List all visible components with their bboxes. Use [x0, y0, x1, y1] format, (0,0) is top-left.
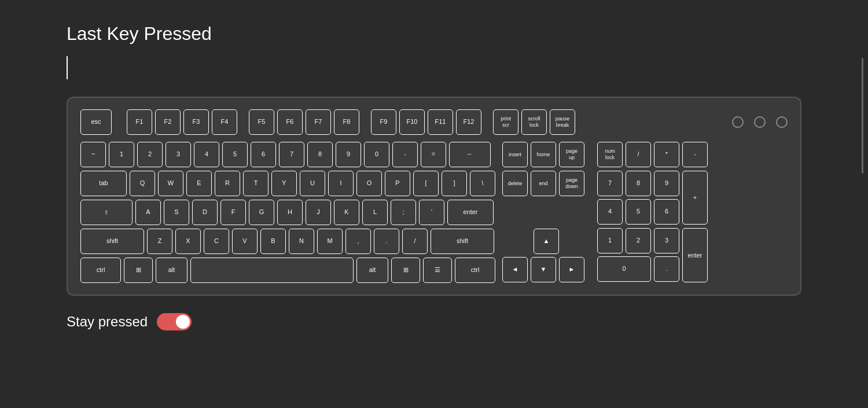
key-3[interactable]: 3	[165, 142, 191, 167]
key-u[interactable]: U	[300, 171, 325, 196]
key-home[interactable]: home	[531, 142, 556, 167]
key-num-3[interactable]: 3	[654, 228, 679, 253]
key-lbracket[interactable]: [	[413, 171, 439, 196]
key-d[interactable]: D	[192, 200, 218, 225]
key-period[interactable]: .	[374, 229, 399, 254]
key-o[interactable]: O	[356, 171, 382, 196]
key-i[interactable]: I	[328, 171, 354, 196]
key-win-left[interactable]: ⊞	[124, 258, 153, 283]
key-semicolon[interactable]: ;	[391, 200, 416, 225]
key-print-scr[interactable]: printscr	[493, 109, 518, 135]
key-f6[interactable]: F6	[277, 109, 303, 135]
key-v[interactable]: V	[232, 229, 258, 254]
key-insert[interactable]: insert	[502, 142, 528, 167]
key-alt-left[interactable]: alt	[156, 258, 187, 283]
key-h[interactable]: H	[277, 200, 303, 225]
key-z[interactable]: Z	[147, 229, 172, 254]
key-delete[interactable]: delete	[502, 171, 528, 196]
key-f10[interactable]: F10	[399, 109, 425, 135]
key-num-6[interactable]: 6	[654, 199, 679, 225]
key-4[interactable]: 4	[194, 142, 219, 167]
stay-pressed-toggle[interactable]	[157, 313, 192, 330]
key-f3[interactable]: F3	[183, 109, 209, 135]
key-arrow-right[interactable]: ►	[559, 257, 584, 282]
key-num-1[interactable]: 1	[597, 228, 623, 253]
key-quote[interactable]: '	[419, 200, 444, 225]
key-tab[interactable]: tab	[80, 171, 127, 196]
key-f4[interactable]: F4	[212, 109, 237, 135]
key-num-4[interactable]: 4	[597, 199, 623, 225]
key-f2[interactable]: F2	[155, 109, 181, 135]
key-q[interactable]: Q	[130, 171, 155, 196]
key-space[interactable]	[190, 258, 354, 283]
key-n[interactable]: N	[289, 229, 314, 254]
key-e[interactable]: E	[186, 171, 212, 196]
key-minus[interactable]: -	[392, 142, 418, 167]
key-num-8[interactable]: 8	[626, 171, 651, 196]
key-l[interactable]: L	[362, 200, 388, 225]
key-esc[interactable]: esc	[80, 109, 112, 135]
key-f12[interactable]: F12	[456, 109, 481, 135]
key-shift-left[interactable]: shift	[80, 229, 144, 254]
key-num-slash[interactable]: /	[626, 142, 651, 167]
key-s[interactable]: S	[164, 200, 189, 225]
key-num-2[interactable]: 2	[626, 228, 651, 253]
scrollbar[interactable]	[862, 58, 863, 174]
key-rbracket[interactable]: ]	[442, 171, 467, 196]
key-scroll-lock[interactable]: scrolllock	[521, 109, 547, 135]
key-8[interactable]: 8	[307, 142, 333, 167]
key-num-lock[interactable]: numlock	[597, 142, 623, 167]
key-f[interactable]: F	[220, 200, 246, 225]
key-2[interactable]: 2	[137, 142, 163, 167]
key-g[interactable]: G	[249, 200, 274, 225]
key-r[interactable]: R	[215, 171, 240, 196]
key-arrow-left[interactable]: ◄	[502, 257, 528, 282]
key-p[interactable]: P	[385, 171, 410, 196]
key-equals[interactable]: =	[421, 142, 446, 167]
key-1[interactable]: 1	[109, 142, 134, 167]
key-7[interactable]: 7	[279, 142, 304, 167]
key-x[interactable]: X	[175, 229, 201, 254]
key-num-asterisk[interactable]: *	[654, 142, 679, 167]
key-num-0[interactable]: 0	[597, 256, 651, 282]
key-y[interactable]: Y	[271, 171, 297, 196]
key-arrow-down[interactable]: ▼	[531, 257, 556, 282]
key-k[interactable]: K	[334, 200, 359, 225]
key-f5[interactable]: F5	[249, 109, 274, 135]
key-num-dot[interactable]: .	[654, 256, 679, 282]
key-page-up[interactable]: pageup	[559, 142, 584, 167]
key-w[interactable]: W	[158, 171, 183, 196]
key-6[interactable]: 6	[251, 142, 276, 167]
key-alt-right[interactable]: alt	[356, 258, 388, 283]
key-f11[interactable]: F11	[428, 109, 453, 135]
key-c[interactable]: C	[204, 229, 229, 254]
key-shift-right[interactable]: shift	[431, 229, 494, 254]
key-backtick[interactable]: ~	[80, 142, 106, 167]
key-0[interactable]: 0	[364, 142, 389, 167]
key-f7[interactable]: F7	[306, 109, 331, 135]
key-num-9[interactable]: 9	[654, 171, 679, 196]
key-end[interactable]: end	[531, 171, 556, 196]
key-win-right[interactable]: ⊞	[391, 258, 420, 283]
key-pause-break[interactable]: pausebreak	[550, 109, 575, 135]
key-ctrl-left[interactable]: ctrl	[80, 258, 121, 283]
key-slash[interactable]: /	[402, 229, 428, 254]
key-num-enter[interactable]: enter	[682, 228, 708, 282]
key-num-minus[interactable]: -	[682, 142, 708, 167]
key-num-plus[interactable]: +	[682, 171, 708, 225]
key-num-7[interactable]: 7	[597, 171, 623, 196]
key-9[interactable]: 9	[336, 142, 361, 167]
key-backslash[interactable]: \	[470, 171, 495, 196]
key-m[interactable]: M	[317, 229, 343, 254]
key-arrow-up[interactable]: ▲	[534, 229, 559, 254]
key-a[interactable]: A	[135, 200, 161, 225]
key-f9[interactable]: F9	[371, 109, 396, 135]
key-b[interactable]: B	[260, 229, 286, 254]
key-t[interactable]: T	[243, 171, 269, 196]
key-num-5[interactable]: 5	[626, 199, 651, 225]
key-f8[interactable]: F8	[334, 109, 359, 135]
key-ctrl-right[interactable]: ctrl	[455, 258, 495, 283]
key-5[interactable]: 5	[222, 142, 248, 167]
key-backspace[interactable]: ←	[449, 142, 491, 167]
key-f1[interactable]: F1	[127, 109, 152, 135]
